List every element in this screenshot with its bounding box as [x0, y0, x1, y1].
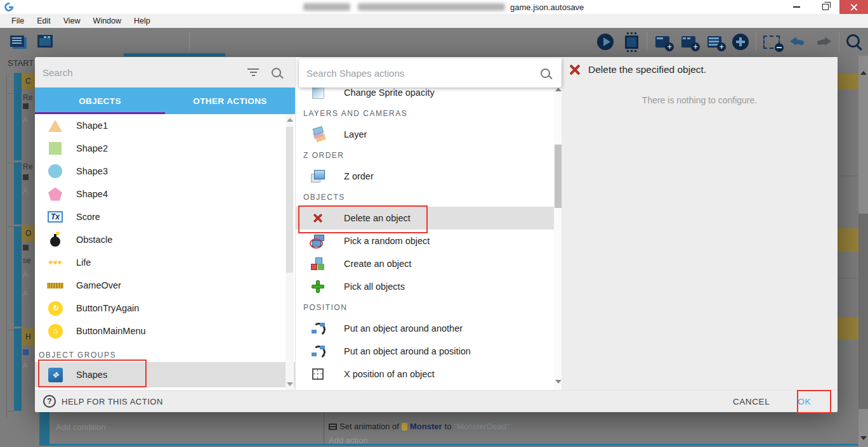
minimize-button[interactable]	[782, 0, 811, 14]
help-for-this-action-link[interactable]: HELP FOR THIS ACTION	[43, 395, 163, 408]
menu-view[interactable]: View	[57, 16, 87, 25]
put-around-position-icon	[308, 345, 327, 358]
x-position-icon	[308, 368, 327, 380]
menu-window[interactable]: Window	[87, 16, 128, 25]
object-row-gameover[interactable]: GameOver	[35, 274, 295, 297]
event-text-fragment: A	[23, 115, 28, 124]
toolbar: + + +	[0, 28, 868, 56]
search-glyph	[846, 34, 860, 48]
event-condition-bar	[14, 73, 22, 160]
event-text-fragment: Re	[23, 162, 32, 171]
scrollbar-thumb[interactable]	[286, 127, 293, 273]
event-yellow-block: C	[22, 73, 35, 89]
add-condition-link[interactable]: Add condition	[56, 422, 106, 432]
action-label: Put an object around another	[344, 323, 463, 334]
object-groups-header: OBJECT GROUPS	[35, 342, 295, 362]
action-row-pick-all-objects[interactable]: Pick all objects	[296, 275, 562, 298]
action-row-put-around-another[interactable]: Put an object around another	[296, 317, 562, 340]
filter-icon[interactable]	[247, 68, 259, 76]
events-sheet-icon[interactable]	[6, 30, 28, 52]
scroll-up-icon[interactable]	[860, 71, 867, 75]
play-icon[interactable]	[595, 31, 616, 53]
object-row-shape3[interactable]: Shape3	[35, 160, 295, 183]
add-circle-icon[interactable]	[730, 31, 751, 53]
search-icon[interactable]	[844, 31, 865, 53]
event-text-fragment: A	[23, 290, 28, 299]
object-search-bar	[35, 57, 295, 87]
restore-button[interactable]	[811, 0, 839, 14]
action-label: Create an object	[344, 259, 411, 269]
z-order-icon	[308, 170, 327, 183]
search-icon[interactable]	[272, 68, 281, 77]
object-label: ButtonTryAgain	[76, 303, 139, 313]
object-row-score[interactable]: Score	[35, 205, 295, 228]
action-row-layer[interactable]: Layer	[296, 123, 562, 146]
menu-file[interactable]: File	[5, 16, 30, 25]
object-row-buttonmainmenu[interactable]: ButtonMainMenu	[35, 320, 295, 342]
object-row-obstacle[interactable]: Obstacle	[35, 228, 295, 251]
add-subevent-icon[interactable]: +	[678, 31, 699, 53]
scroll-up-icon[interactable]	[555, 87, 562, 91]
event-action-row[interactable]: Set animation of Monster to "MonsterDead…	[329, 422, 510, 431]
add-event-icon[interactable]: +	[652, 31, 673, 53]
scroll-down-icon[interactable]	[860, 436, 867, 440]
add-comment-icon[interactable]: +	[704, 31, 725, 53]
debug-icon[interactable]	[621, 31, 642, 53]
deselect-all-icon[interactable]	[761, 31, 782, 53]
event-tree-line	[6, 75, 7, 417]
scene-tab-label: START	[8, 58, 34, 68]
object-search-input[interactable]	[35, 67, 247, 79]
object-row-buttontryagain[interactable]: ButtonTryAgain	[35, 297, 295, 320]
action-label: Pick a random object	[344, 236, 430, 246]
action-row-z-order[interactable]: Z order	[296, 165, 562, 188]
action-label: Change Sprite opacity	[344, 87, 435, 98]
title-bar: game.json.autosave	[0, 0, 868, 14]
scene-tab-indicator	[124, 53, 225, 56]
section-header-z-order: Z ORDER	[296, 146, 562, 165]
object-row-shape1[interactable]: Shape1	[35, 114, 295, 137]
action-label: Pick all objects	[344, 282, 405, 292]
action-search-input[interactable]	[299, 67, 541, 79]
object-group-icon	[44, 368, 66, 382]
scroll-down-icon[interactable]	[287, 382, 293, 386]
group-row-shapes[interactable]: Shapes	[35, 362, 295, 387]
square-icon	[44, 142, 66, 155]
object-row-shape2[interactable]: Shape2	[35, 137, 295, 160]
pick-all-objects-icon	[308, 280, 327, 293]
search-icon[interactable]	[541, 68, 550, 78]
event-tree-tick	[6, 226, 14, 227]
scroll-down-icon[interactable]	[555, 380, 562, 384]
action-row-delete-an-object[interactable]: Delete an object	[296, 207, 562, 230]
put-around-object-icon	[308, 322, 327, 335]
ok-button[interactable]: OK	[791, 393, 817, 410]
actions-panel: Change Sprite opacity LAYERS AND CAMERAS…	[295, 57, 562, 390]
action-row-x-position[interactable]: X position of an object	[296, 363, 562, 385]
circle-icon	[44, 164, 66, 178]
set-animation-icon	[329, 424, 337, 430]
scrollbar-thumb[interactable]	[555, 145, 562, 208]
action-row-pick-a-random-object[interactable]: Pick a random object	[296, 230, 562, 252]
undo-glyph	[790, 36, 805, 48]
actions-list: Change Sprite opacity LAYERS AND CAMERAS…	[296, 81, 562, 390]
close-button[interactable]	[839, 0, 868, 14]
object-label: Life	[76, 257, 91, 268]
cancel-button[interactable]: CANCEL	[727, 393, 776, 410]
object-row-life[interactable]: Life	[35, 251, 295, 274]
event-mini-icon	[23, 245, 29, 250]
app-scrollbar-thumb[interactable]	[858, 214, 868, 409]
text-object-icon	[44, 211, 66, 223]
action-row-create-an-object[interactable]: Create an object	[296, 252, 562, 275]
scene-editor-icon[interactable]	[34, 30, 56, 52]
event-yellow-block: O	[22, 225, 35, 242]
menu-edit[interactable]: Edit	[30, 16, 57, 25]
menu-help[interactable]: Help	[128, 16, 157, 25]
undo-icon[interactable]	[787, 31, 808, 53]
tab-objects[interactable]: OBJECTS	[35, 87, 165, 114]
object-list-scrollbar[interactable]	[286, 114, 294, 390]
object-row-shape4[interactable]: Shape4	[35, 183, 295, 205]
event-text-fragment: A	[23, 270, 28, 279]
tab-other-actions[interactable]: OTHER ACTIONS	[165, 87, 295, 114]
redo-icon[interactable]	[813, 31, 834, 53]
action-row-put-around-position[interactable]: Put an object around a position	[296, 340, 562, 363]
scroll-up-icon[interactable]	[287, 118, 293, 122]
